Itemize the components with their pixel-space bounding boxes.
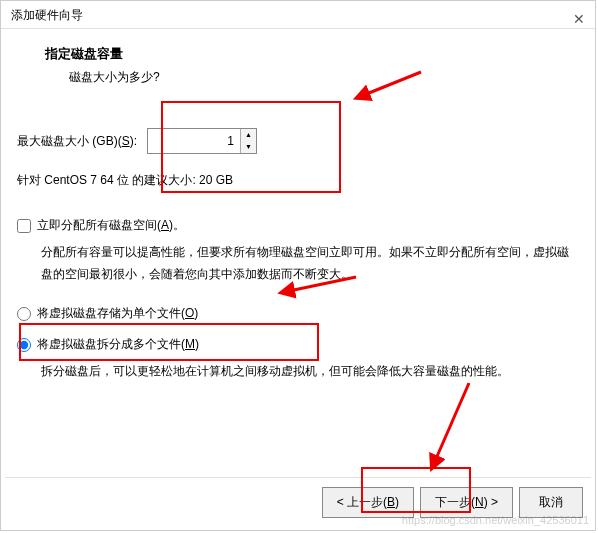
close-icon[interactable]: ✕ bbox=[573, 5, 585, 33]
single-file-radio[interactable] bbox=[17, 307, 31, 321]
page-subheading: 磁盘大小为多少? bbox=[17, 69, 579, 86]
wizard-buttons: < 上一步(B) 下一步(N) > 取消 bbox=[322, 487, 583, 518]
disk-size-row: 最大磁盘大小 (GB)(S): ▲ ▼ bbox=[17, 128, 579, 154]
next-button[interactable]: 下一步(N) > bbox=[420, 487, 513, 518]
multi-file-desc: 拆分磁盘后，可以更轻松地在计算机之间移动虚拟机，但可能会降低大容量磁盘的性能。 bbox=[17, 361, 579, 383]
button-divider bbox=[5, 477, 591, 478]
allocate-now-row: 立即分配所有磁盘空间(A)。 bbox=[17, 217, 579, 234]
multi-file-label: 将虚拟磁盘拆分成多个文件(M) bbox=[37, 336, 199, 353]
spinner-down-icon[interactable]: ▼ bbox=[241, 141, 256, 153]
spinner-arrows: ▲ ▼ bbox=[240, 129, 256, 153]
allocate-now-label: 立即分配所有磁盘空间(A)。 bbox=[37, 217, 185, 234]
cancel-button[interactable]: 取消 bbox=[519, 487, 583, 518]
multi-file-row: 将虚拟磁盘拆分成多个文件(M) bbox=[17, 336, 579, 353]
back-button[interactable]: < 上一步(B) bbox=[322, 487, 414, 518]
spinner-up-icon[interactable]: ▲ bbox=[241, 129, 256, 141]
wizard-window: 添加硬件向导 ✕ 指定磁盘容量 磁盘大小为多少? 最大磁盘大小 (GB)(S):… bbox=[0, 0, 596, 531]
allocate-now-desc: 分配所有容量可以提高性能，但要求所有物理磁盘空间立即可用。如果不立即分配所有空间… bbox=[17, 242, 579, 285]
single-file-row: 将虚拟磁盘存储为单个文件(O) bbox=[17, 305, 579, 322]
window-title: 添加硬件向导 bbox=[11, 8, 83, 22]
multi-file-radio[interactable] bbox=[17, 338, 31, 352]
svg-line-2 bbox=[435, 383, 469, 461]
allocate-now-checkbox[interactable] bbox=[17, 219, 31, 233]
single-file-label: 将虚拟磁盘存储为单个文件(O) bbox=[37, 305, 198, 322]
recommended-size: 针对 CentOS 7 64 位 的建议大小: 20 GB bbox=[17, 172, 579, 189]
annotation-arrow-3 bbox=[427, 377, 477, 470]
page-heading: 指定磁盘容量 bbox=[17, 45, 579, 63]
disk-size-input[interactable] bbox=[148, 129, 240, 153]
disk-size-label: 最大磁盘大小 (GB)(S): bbox=[17, 133, 137, 150]
disk-size-spinner[interactable]: ▲ ▼ bbox=[147, 128, 257, 154]
titlebar: 添加硬件向导 ✕ bbox=[1, 1, 595, 29]
